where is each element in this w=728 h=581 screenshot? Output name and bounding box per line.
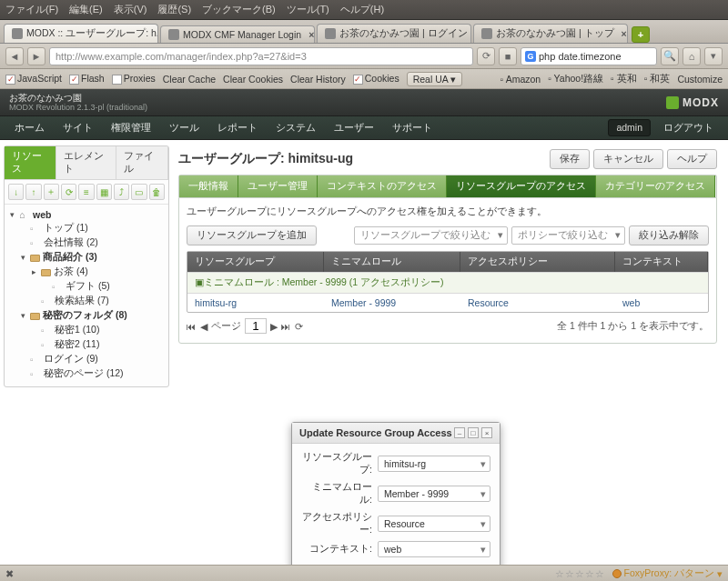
minimumrole-combo[interactable]: Member - 9999 [378, 486, 490, 502]
bookmark-link[interactable]: ▫ Yahoo!路線 [548, 73, 603, 85]
grid-group-row[interactable]: ▣ ミニマムロール : Member - 9999 (1 アクセスポリシー) [187, 272, 708, 293]
expand-all-button[interactable]: ↓ [8, 184, 24, 200]
tree-node[interactable]: ギフト (5) [6, 279, 167, 294]
os-menu-item[interactable]: 履歴(S) [157, 3, 191, 16]
os-menu-item[interactable]: ヘルプ(H) [340, 3, 384, 16]
tree-node[interactable]: ▾秘密のフォルダ (8) [6, 308, 167, 323]
grid-header[interactable]: アクセスポリシー [460, 252, 615, 272]
nav-home[interactable]: ホーム [5, 116, 54, 139]
clear-history-link[interactable]: Clear History [290, 74, 346, 85]
tree-node[interactable]: トップ (1) [6, 221, 167, 235]
nav-support[interactable]: サポート [383, 116, 441, 139]
pager-last-icon[interactable]: ⏭ [281, 321, 291, 332]
help-button[interactable]: ヘルプ [667, 149, 717, 169]
pager-prev-icon[interactable]: ◀ [200, 321, 207, 332]
pager-first-icon[interactable]: ⏮ [187, 321, 197, 332]
tab-general[interactable]: 一般情報 [179, 175, 238, 197]
os-menu-item[interactable]: 編集(E) [69, 3, 103, 16]
rating-stars[interactable]: ☆☆☆☆☆ [555, 568, 605, 579]
save-button[interactable]: 保存 [550, 149, 590, 169]
trash-button[interactable]: 🗑 [149, 184, 165, 200]
tree-node[interactable]: 検索結果 (7) [6, 294, 167, 308]
tree-node[interactable]: 秘密1 (10) [6, 323, 167, 337]
context-combo[interactable]: web [378, 541, 490, 557]
os-menu-item[interactable]: ブックマーク(B) [202, 3, 276, 16]
collapse-dialog-button[interactable]: – [454, 427, 465, 438]
browser-tab[interactable]: お茶のなかみつ園 | ログイン× [317, 24, 471, 43]
bookmark-link[interactable]: ▫ 和英 [644, 73, 671, 85]
filter-resourcegroup-combo[interactable]: リソースグループで絞り込む [354, 226, 508, 245]
refresh-tree-button[interactable]: ⟳ [61, 184, 76, 200]
toggle-proxies[interactable]: Proxies [112, 73, 156, 85]
logout-link[interactable]: ログアウト [654, 116, 723, 139]
nav-tools[interactable]: ツール [160, 116, 208, 139]
customize-link[interactable]: Customize [677, 74, 723, 85]
tab-elements[interactable]: エレメント [56, 146, 117, 179]
collapse-all-button[interactable]: ↑ [25, 184, 41, 200]
tree-node[interactable]: 秘密のページ (12) [6, 366, 167, 381]
os-menu-item[interactable]: ツール(T) [287, 3, 329, 16]
stop-button[interactable]: ■ [499, 47, 517, 65]
tree-action-button[interactable]: ⤴ [114, 184, 129, 200]
tree-node[interactable]: ログイン (9) [6, 352, 167, 366]
grid-header[interactable]: リソースグループ [187, 252, 324, 272]
tree-action-button[interactable]: ▦ [96, 184, 112, 200]
tree-node[interactable]: ▾web [6, 208, 167, 221]
toggle-cookies[interactable]: Cookies [353, 73, 399, 85]
pager-refresh-icon[interactable]: ⟳ [295, 321, 303, 332]
maximize-dialog-button[interactable]: □ [468, 427, 479, 438]
accesspolicy-combo[interactable]: Resource [378, 516, 490, 532]
browser-tab[interactable]: MODX :: ユーザーグループ: h...✕ [4, 24, 158, 43]
close-tab-icon[interactable]: × [308, 29, 314, 40]
clear-filter-button[interactable]: 絞り込み解除 [629, 225, 709, 245]
grid-header[interactable]: コンテキスト [615, 252, 708, 272]
reload-button[interactable]: ⟳ [477, 47, 495, 65]
toggle-javascript[interactable]: JavaScript [5, 73, 62, 85]
nav-site[interactable]: サイト [54, 116, 102, 139]
tree-node[interactable]: 秘密2 (11) [6, 337, 167, 352]
pager-next-icon[interactable]: ▶ [270, 321, 278, 332]
browser-tab[interactable]: MODX CMF Manager Login× [160, 25, 315, 43]
browser-tab[interactable]: お茶のなかみつ園 | トップ× [473, 24, 628, 43]
nav-security[interactable]: 権限管理 [102, 116, 160, 139]
tab-files[interactable]: ファイル [116, 146, 168, 179]
grid-header[interactable]: ミニマムロール [324, 252, 460, 272]
useragent-dropdown[interactable]: Real UA ▾ [407, 72, 462, 86]
clear-cookies-link[interactable]: Clear Cookies [223, 74, 283, 85]
tree-action-button[interactable]: ▭ [131, 184, 147, 200]
user-menu[interactable]: admin [608, 119, 651, 136]
cancel-button[interactable]: キャンセル [593, 149, 663, 169]
back-button[interactable]: ◄ [5, 47, 24, 65]
new-tab-button[interactable]: + [632, 26, 650, 43]
tree-node[interactable]: ▸お茶 (4) [6, 265, 167, 279]
new-resource-button[interactable]: ＋ [44, 184, 59, 200]
tree-node[interactable]: 会社情報 (2) [6, 235, 167, 250]
pager-page-input[interactable] [245, 318, 267, 334]
home-button[interactable]: ⌂ [682, 47, 701, 65]
tab-resourcegroup-access[interactable]: リソースグループのアクセス [447, 175, 596, 197]
close-dialog-button[interactable]: × [481, 427, 492, 438]
bookmark-link[interactable]: ▫ Amazon [500, 74, 541, 85]
foxyproxy-status[interactable]: FoxyProxy: パターン ▾ [612, 567, 723, 580]
tab-users[interactable]: ユーザー管理 [238, 175, 318, 197]
add-resourcegroup-button[interactable]: リソースグループを追加 [187, 225, 317, 245]
grid-row[interactable]: himitsu-rg Member - 9999 Resource web [187, 293, 708, 312]
close-tab-icon[interactable]: × [622, 28, 627, 39]
nav-reports[interactable]: レポート [208, 116, 267, 139]
filter-policy-combo[interactable]: ポリシーで絞り込む [511, 226, 625, 245]
menu-button[interactable]: ▾ [704, 47, 723, 65]
search-go-button[interactable]: 🔍 [661, 47, 679, 65]
tab-category-access[interactable]: カテゴリーのアクセス [596, 175, 715, 197]
tab-resources[interactable]: リソース [5, 146, 56, 179]
url-input[interactable] [49, 47, 473, 65]
nav-user[interactable]: ユーザー [325, 116, 383, 139]
nav-system[interactable]: システム [267, 116, 325, 139]
clear-cache-link[interactable]: Clear Cache [163, 74, 216, 85]
forward-button[interactable]: ► [27, 47, 46, 65]
tree-node[interactable]: ▾商品紹介 (3) [6, 250, 167, 265]
os-menu-item[interactable]: ファイル(F) [5, 3, 58, 16]
os-menu-item[interactable]: 表示(V) [114, 3, 147, 16]
toggle-flash[interactable]: Flash [69, 73, 105, 85]
resourcegroup-combo[interactable]: himitsu-rg [378, 456, 490, 472]
firebug-icon[interactable]: ✖ [5, 568, 14, 579]
